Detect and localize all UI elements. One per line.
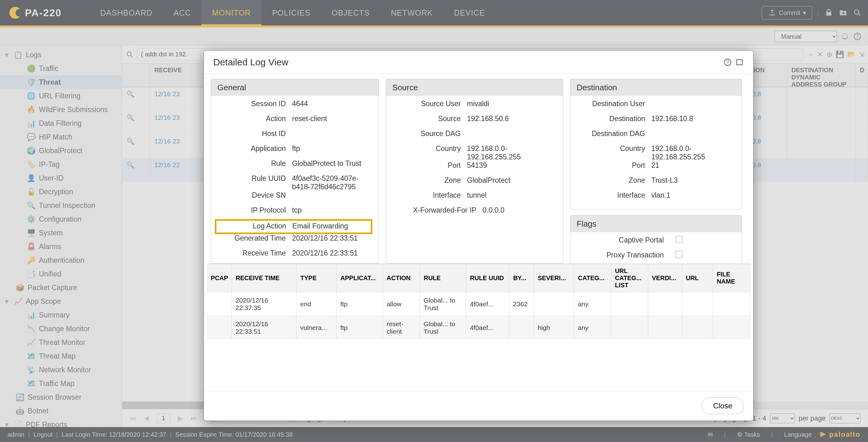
destination-title: Destination	[570, 79, 742, 96]
modal-help-icon[interactable]: ?	[723, 58, 732, 67]
captive-portal-checkbox	[676, 236, 682, 243]
svg-text:?: ?	[726, 59, 729, 65]
destination-pane: Destination Destination User Destination…	[570, 79, 742, 210]
close-button[interactable]: Close	[702, 398, 744, 414]
general-title: General	[211, 79, 379, 96]
modal-window-icon[interactable]	[735, 58, 744, 67]
flags-title: Flags	[570, 215, 742, 232]
source-title: Source	[386, 79, 563, 96]
general-pane: General Session ID4644 Actionreset-clien…	[211, 79, 379, 264]
proxy-transaction-checkbox	[676, 251, 682, 258]
modal-table-row[interactable]: 2020/12/16 22:37:35 end ftp allow Global…	[207, 292, 750, 316]
detailed-log-view-modal: Detailed Log View ? General Session ID46…	[204, 51, 753, 421]
flags-pane: Flags Captive Portal Proxy Transaction	[570, 215, 742, 264]
modal-title: Detailed Log View	[213, 57, 288, 67]
svg-rect-6	[737, 59, 743, 64]
log-action-highlight: Log ActionEmail Forwarding	[215, 219, 372, 234]
modal-table-row[interactable]: 2020/12/16 22:33:51 vulnera... ftp reset…	[207, 316, 750, 339]
source-pane: Source Source Usermivaldi Source192.168.…	[386, 79, 563, 264]
modal-table: PCAP RECEIVE TIME TYPE APPLICAT... ACTIO…	[207, 264, 750, 339]
